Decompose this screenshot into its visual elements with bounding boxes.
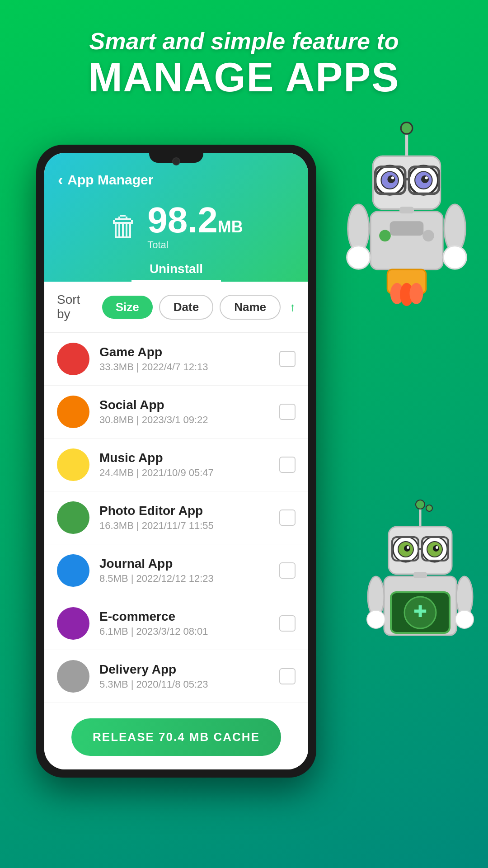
svg-point-48 bbox=[367, 610, 385, 628]
app-name: Social App bbox=[99, 398, 279, 412]
app-icon bbox=[57, 554, 89, 587]
svg-point-20 bbox=[347, 246, 370, 269]
svg-text:✚: ✚ bbox=[413, 602, 427, 621]
svg-point-17 bbox=[422, 230, 434, 242]
uninstall-button[interactable]: Uninstall bbox=[131, 258, 221, 282]
app-meta: 8.5MB | 2022/12/12 12:23 bbox=[99, 573, 279, 585]
svg-point-9 bbox=[391, 176, 394, 179]
app-list-item[interactable]: Music App24.4MB | 2021/10/9 05:47 bbox=[44, 439, 308, 491]
robot-top-illustration bbox=[334, 118, 479, 335]
phone-camera bbox=[172, 157, 180, 165]
app-icon bbox=[57, 448, 89, 481]
app-header: ‹ App Manager 🗑 98.2 MB Total Uninstall bbox=[44, 153, 308, 282]
phone-screen: ‹ App Manager 🗑 98.2 MB Total Uninstall bbox=[44, 153, 308, 769]
app-info: Photo Editor App16.3MB | 2021/11/7 11:55 bbox=[99, 504, 279, 532]
app-name: E-commerce bbox=[99, 609, 279, 624]
svg-point-8 bbox=[421, 175, 429, 183]
app-name: Game App bbox=[99, 345, 279, 359]
app-info: Delivery App5.3MB | 2020/11/8 05:23 bbox=[99, 662, 279, 690]
release-cache-button[interactable]: RELEASE 70.4 MB CACHE bbox=[71, 718, 281, 756]
sort-label: Sort by bbox=[57, 292, 93, 321]
app-list-item[interactable]: Photo Editor App16.3MB | 2021/11/7 11:55 bbox=[44, 491, 308, 544]
svg-rect-50 bbox=[413, 572, 427, 578]
size-display: 98.2 MB Total bbox=[147, 202, 243, 251]
sort-bar: Sort by Size Date Name ↑ bbox=[44, 282, 308, 333]
app-checkbox[interactable] bbox=[279, 615, 296, 632]
app-meta: 24.4MB | 2021/10/9 05:47 bbox=[99, 467, 279, 479]
svg-point-1 bbox=[401, 123, 413, 134]
svg-point-28 bbox=[416, 500, 425, 509]
header-stats: 🗑 98.2 MB Total bbox=[58, 198, 295, 251]
hero-subtitle: Smart and simple feature to bbox=[27, 27, 461, 55]
app-icon bbox=[57, 396, 89, 428]
app-icon bbox=[57, 607, 89, 640]
svg-point-29 bbox=[426, 505, 432, 511]
svg-point-25 bbox=[409, 283, 423, 304]
svg-point-49 bbox=[455, 610, 474, 628]
app-list: Game App33.3MB | 2022/4/7 12:13Social Ap… bbox=[44, 333, 308, 709]
robot-bottom-illustration: ✚ bbox=[357, 497, 483, 678]
header-title: App Manager bbox=[67, 172, 153, 188]
app-info: Social App30.8MB | 2023/3/1 09:22 bbox=[99, 398, 279, 426]
svg-point-37 bbox=[407, 546, 409, 549]
app-meta: 5.3MB | 2020/11/8 05:23 bbox=[99, 679, 279, 690]
hero-title: MANAGE APPS bbox=[27, 55, 461, 100]
svg-rect-26 bbox=[399, 207, 414, 213]
phone-mockup: ‹ App Manager 🗑 98.2 MB Total Uninstall bbox=[36, 145, 316, 814]
back-arrow-icon: ‹ bbox=[58, 171, 63, 189]
app-list-item[interactable]: E-commerce6.1MB | 2023/3/12 08:01 bbox=[44, 597, 308, 650]
phone-frame: ‹ App Manager 🗑 98.2 MB Total Uninstall bbox=[36, 145, 316, 778]
app-meta: 6.1MB | 2023/3/12 08:01 bbox=[99, 626, 279, 637]
app-checkbox[interactable] bbox=[279, 404, 296, 420]
app-info: E-commerce6.1MB | 2023/3/12 08:01 bbox=[99, 609, 279, 637]
app-name: Journal App bbox=[99, 557, 279, 571]
app-info: Music App24.4MB | 2021/10/9 05:47 bbox=[99, 451, 279, 479]
app-name: Delivery App bbox=[99, 662, 279, 677]
hero-section: Smart and simple feature to MANAGE APPS bbox=[0, 0, 488, 109]
svg-point-21 bbox=[443, 246, 466, 269]
app-checkbox[interactable] bbox=[279, 562, 296, 579]
app-name: Music App bbox=[99, 451, 279, 465]
svg-point-7 bbox=[387, 175, 395, 183]
uninstall-tab: Uninstall bbox=[58, 258, 295, 282]
app-name: Photo Editor App bbox=[99, 504, 279, 518]
svg-point-16 bbox=[379, 230, 391, 242]
app-list-item[interactable]: Social App30.8MB | 2023/3/1 09:22 bbox=[44, 386, 308, 439]
app-icon bbox=[57, 343, 89, 375]
app-meta: 16.3MB | 2021/11/7 11:55 bbox=[99, 520, 279, 532]
svg-point-10 bbox=[425, 176, 428, 179]
app-list-item[interactable]: Game App33.3MB | 2022/4/7 12:13 bbox=[44, 333, 308, 386]
sort-name-button[interactable]: Name bbox=[220, 295, 281, 320]
app-list-item[interactable]: Delivery App5.3MB | 2020/11/8 05:23 bbox=[44, 650, 308, 703]
app-meta: 30.8MB | 2023/3/1 09:22 bbox=[99, 414, 279, 426]
sort-direction-icon[interactable]: ↑ bbox=[290, 300, 296, 314]
app-checkbox[interactable] bbox=[279, 668, 296, 684]
trash-icon: 🗑 bbox=[109, 210, 138, 243]
size-number: 98.2 bbox=[147, 202, 218, 238]
app-info: Journal App8.5MB | 2022/12/12 12:23 bbox=[99, 557, 279, 585]
app-info: Game App33.3MB | 2022/4/7 12:13 bbox=[99, 345, 279, 373]
app-list-item[interactable]: Journal App8.5MB | 2022/12/12 12:23 bbox=[44, 544, 308, 597]
back-nav[interactable]: ‹ App Manager bbox=[58, 171, 295, 189]
app-meta: 33.3MB | 2022/4/7 12:13 bbox=[99, 361, 279, 373]
sort-size-button[interactable]: Size bbox=[102, 296, 153, 319]
app-icon bbox=[57, 660, 89, 693]
svg-rect-14 bbox=[371, 212, 443, 269]
size-unit: MB bbox=[218, 217, 243, 236]
sort-date-button[interactable]: Date bbox=[159, 295, 213, 320]
release-btn-wrapper: RELEASE 70.4 MB CACHE bbox=[44, 709, 308, 769]
size-total-label: Total bbox=[147, 239, 243, 251]
app-checkbox[interactable] bbox=[279, 509, 296, 526]
svg-point-38 bbox=[436, 546, 438, 549]
app-checkbox[interactable] bbox=[279, 351, 296, 367]
app-checkbox[interactable] bbox=[279, 457, 296, 473]
app-icon bbox=[57, 501, 89, 534]
svg-rect-15 bbox=[390, 221, 424, 236]
